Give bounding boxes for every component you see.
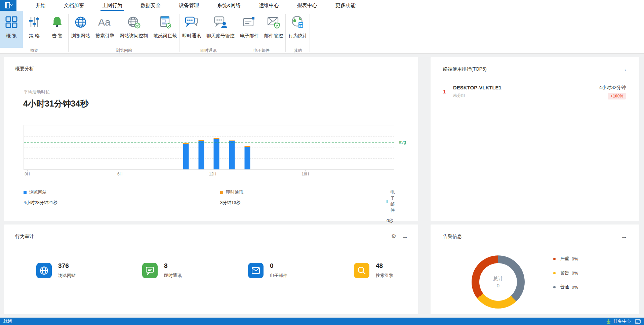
ribbon-group-label: 其他 (286, 48, 310, 53)
bar (214, 125, 219, 169)
letters-Aa-icon: Aa (96, 13, 114, 31)
envelope-shield-icon (265, 13, 282, 31)
donut-center: 总计 0 (479, 263, 517, 301)
terminal-group: 未分组 (453, 93, 599, 98)
stat-browse-websites[interactable]: 376 浏览网站 (36, 262, 142, 279)
globe-icon (72, 13, 89, 31)
download-arrow-icon (606, 319, 611, 324)
menu-tabs: 开始 文档加密 上网行为 数据安全 设备管理 系统&网络 运维中心 报表中心 更… (27, 0, 365, 11)
avg-line-label: avg (399, 139, 406, 145)
tab-doc-encryption[interactable]: 文档加密 (55, 0, 93, 11)
avg-activity-value: 4小时31分钟34秒 (23, 98, 89, 109)
ribbon: 概 览 策 略 告 警 概览 (0, 11, 644, 54)
avg-activity-label: 平均活动时长 (24, 89, 50, 95)
ribbon-item-policy[interactable]: 策 略 (23, 11, 46, 48)
x-axis-ticks: 0H6H12H18H (24, 172, 394, 177)
chat-icon (142, 263, 158, 278)
svg-text:Aa: Aa (98, 16, 111, 28)
message-window-icon[interactable] (635, 319, 641, 324)
x-tick: 6H (117, 172, 122, 176)
mail-icon (248, 263, 264, 278)
ribbon-item-email[interactable]: 电子邮件 (237, 11, 261, 48)
alert-legend: 严重 0% 警告 0% 普通 0% (553, 254, 578, 296)
panel-title: 告警信息 (443, 234, 615, 240)
legend-swatch (24, 191, 27, 194)
activity-bar-chart: avg (24, 125, 394, 170)
bar (245, 125, 250, 169)
chart-legend: 浏览网站 4小时28分钟21秒 即时通讯 3分钟13秒 电子邮件 0秒 (24, 189, 394, 209)
arrow-right-icon[interactable]: → (621, 66, 627, 72)
ribbon-item-behavior-statistics[interactable]: 行为统计 (286, 11, 310, 48)
bar (198, 125, 204, 169)
tab-report-center[interactable]: 报表中心 (288, 0, 326, 11)
task-center-label: 任务中心 (613, 318, 631, 324)
sliders-icon (26, 13, 43, 31)
legend-dot (553, 258, 556, 260)
tab-internet-behavior[interactable]: 上网行为 (93, 0, 131, 11)
status-text: 就绪 (3, 318, 606, 324)
grid-overview-icon (3, 13, 20, 31)
summary-analysis-panel: 概要分析 平均活动时长 4小时31分钟34秒 avg 0H6H12H18H 浏览… (4, 57, 418, 221)
tab-device-management[interactable]: 设备管理 (170, 0, 208, 11)
alert-donut-chart: 总计 0 (472, 255, 525, 309)
tab-start[interactable]: 开始 (27, 0, 55, 11)
globe-calculator-icon (289, 13, 307, 31)
ribbon-item-instant-messaging[interactable]: 即时通讯 (179, 11, 204, 48)
ribbon-group-label: 浏览网站 (69, 48, 179, 53)
gear-icon[interactable]: ⚙ (391, 234, 396, 239)
alert-info-panel: 告警信息 → 总计 0 严重 0% 警告 0% (431, 225, 639, 314)
bell-icon (48, 13, 66, 31)
ribbon-group-label: 电子邮件 (237, 48, 286, 53)
legend-swatch (220, 191, 223, 194)
arrow-right-icon[interactable]: → (621, 233, 627, 240)
bars-layer (24, 125, 394, 169)
ribbon-item-sensitive-word-block[interactable]: 敏感词拦截 (151, 11, 179, 48)
alert-legend-normal: 普通 0% (553, 282, 578, 292)
tab-more-functions[interactable]: 更多功能 (326, 0, 365, 11)
ribbon-item-browse-websites[interactable]: 浏览网站 (69, 11, 93, 48)
chat-user-icon (212, 13, 229, 31)
panel-title: 概要分析 (15, 66, 408, 72)
terminal-name: DESKTOP-VLKTLE1 (453, 85, 599, 90)
ribbon-item-mail-control[interactable]: 邮件管控 (261, 11, 286, 48)
ribbon-group-browse: 浏览网站 Aa 搜索引擎 网站访问控制 (69, 11, 179, 53)
ribbon-item-overview[interactable]: 概 览 (0, 11, 23, 48)
arrow-right-icon[interactable]: → (402, 233, 408, 240)
menu-bar: 开始 文档加密 上网行为 数据安全 设备管理 系统&网络 运维中心 报表中心 更… (0, 0, 644, 11)
ranking-row[interactable]: 1 DESKTOP-VLKTLE1 未分组 4小时32分钟 +100% (443, 85, 626, 99)
ribbon-item-alert[interactable]: 告 警 (46, 11, 69, 48)
terminal-duration: 4小时32分钟 (599, 85, 626, 91)
document-shield-icon (156, 13, 174, 31)
app-menu-button[interactable] (0, 0, 16, 11)
legend-swatch (387, 200, 388, 203)
alert-legend-warning: 警告 0% (553, 268, 578, 278)
stat-instant-messaging[interactable]: 8 即时通讯 (142, 262, 248, 279)
stat-email[interactable]: 0 电子邮件 (248, 262, 354, 279)
app-menu-icon (4, 2, 13, 9)
globe-check-icon (125, 13, 143, 31)
tab-ops-center[interactable]: 运维中心 (250, 0, 288, 11)
ribbon-group-im: 即时通讯 聊天账号管控 即时通讯 (179, 11, 237, 53)
panel-title: 行为审计 (15, 234, 386, 240)
x-tick: 12H (209, 172, 216, 176)
x-tick: 18H (301, 172, 309, 176)
status-bar: 就绪 任务中心 (0, 318, 644, 325)
tab-system-network[interactable]: 系统&网络 (208, 0, 250, 11)
ribbon-group-label: 概览 (0, 48, 69, 53)
audit-stats: 376 浏览网站 8 即时通讯 (36, 262, 460, 279)
legend-item-email: 电子邮件 0秒 (387, 189, 397, 224)
ribbon-item-website-access-control[interactable]: 网站访问控制 (117, 11, 151, 48)
alert-legend-critical: 严重 0% (553, 254, 578, 263)
x-tick: 0H (25, 172, 30, 176)
ribbon-group-label: 即时通讯 (179, 48, 237, 53)
legend-dot (553, 272, 556, 274)
tab-data-security[interactable]: 数据安全 (131, 0, 170, 11)
behavior-audit-panel: 行为审计 ⚙ → 376 浏览网站 (4, 225, 418, 314)
legend-item-browse: 浏览网站 4小时28分钟21秒 (24, 189, 57, 206)
terminal-ranking-panel: 终端使用排行(TOP5) → 1 DESKTOP-VLKTLE1 未分组 4小时… (431, 57, 639, 221)
task-center-button[interactable]: 任务中心 (606, 318, 631, 324)
ribbon-item-search-engine[interactable]: Aa 搜索引擎 (93, 11, 117, 48)
legend-dot (553, 286, 556, 288)
ribbon-group-overview: 概 览 策 略 告 警 概览 (0, 11, 69, 53)
ribbon-item-chat-account-control[interactable]: 聊天账号管控 (204, 11, 237, 48)
